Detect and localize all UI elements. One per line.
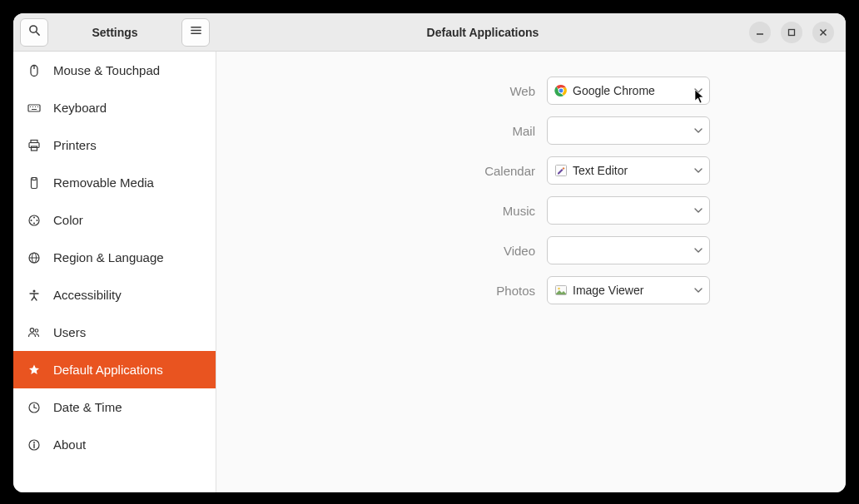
svg-rect-6: [789, 29, 795, 35]
info-icon: [27, 437, 42, 452]
chevron-down-icon: [694, 84, 703, 97]
menu-button[interactable]: [181, 18, 210, 47]
default-label-web: Web: [352, 84, 535, 98]
settings-window: Settings Default Applications: [13, 13, 846, 492]
default-combo-photos[interactable]: Image Viewer: [547, 276, 710, 304]
sidebar-item-star[interactable]: Default Applications: [13, 351, 216, 388]
sidebar-item-label: Printers: [53, 138, 97, 152]
svg-point-30: [33, 289, 36, 292]
svg-point-23: [33, 216, 35, 218]
keyboard-icon: [27, 101, 42, 116]
svg-point-36: [35, 329, 38, 332]
imageviewer-icon: [554, 284, 568, 297]
sidebar-item-info[interactable]: About: [13, 426, 216, 463]
svg-point-24: [37, 220, 38, 221]
printer-icon: [27, 138, 42, 153]
main-panel: WebGoogle ChromeMailCalendarText EditorM…: [216, 52, 846, 492]
svg-line-33: [32, 297, 34, 300]
combo-value: Image Viewer: [573, 284, 689, 297]
sidebar-item-label: Mouse & Touchpad: [53, 63, 160, 77]
maximize-button[interactable]: [781, 22, 802, 43]
texteditor-icon: [554, 164, 568, 177]
svg-point-26: [31, 220, 32, 221]
default-combo-video[interactable]: [547, 236, 710, 264]
svg-line-34: [34, 297, 37, 300]
svg-point-35: [30, 328, 34, 332]
svg-rect-11: [28, 105, 40, 111]
sidebar-item-label: About: [53, 437, 86, 452]
minimize-button[interactable]: [749, 22, 771, 43]
sidebar-item-removable[interactable]: Removable Media: [13, 164, 216, 201]
sidebar-item-label: Date & Time: [53, 400, 122, 414]
sidebar-item-clock[interactable]: Date & Time: [13, 388, 216, 426]
star-icon: [27, 363, 42, 378]
sidebar-item-mouse[interactable]: Mouse & Touchpad: [13, 52, 216, 89]
sidebar-item-color[interactable]: Color: [13, 201, 216, 239]
default-combo-calendar[interactable]: Text Editor: [547, 156, 710, 185]
sidebar-item-printer[interactable]: Printers: [13, 126, 216, 164]
sidebar-item-label: Region & Language: [53, 250, 164, 264]
svg-point-25: [33, 222, 35, 224]
default-label-calendar: Calendar: [352, 164, 535, 178]
clock-icon: [27, 400, 42, 415]
window-controls: [749, 22, 846, 43]
close-button[interactable]: [812, 22, 834, 43]
sidebar-item-label: Color: [53, 213, 83, 227]
sidebar-item-label: Removable Media: [53, 175, 154, 190]
default-label-photos: Photos: [352, 284, 535, 298]
default-label-video: Video: [352, 244, 535, 258]
headerbar: Settings Default Applications: [13, 13, 846, 52]
chevron-down-icon: [694, 244, 703, 257]
globe-icon: [27, 250, 42, 265]
svg-point-41: [33, 442, 35, 443]
svg-rect-19: [32, 146, 37, 151]
combo-value: Google Chrome: [573, 84, 689, 97]
search-icon: [28, 24, 41, 40]
svg-line-1: [36, 32, 39, 36]
chevron-down-icon: [694, 164, 703, 177]
chrome-icon: [554, 84, 568, 97]
mouse-icon: [27, 63, 42, 78]
chevron-down-icon: [694, 284, 703, 297]
close-icon: [819, 25, 827, 40]
default-combo-web[interactable]: Google Chrome: [547, 77, 710, 105]
svg-point-48: [558, 288, 560, 290]
hamburger-icon: [190, 24, 202, 40]
default-combo-music[interactable]: [547, 196, 710, 225]
sidebar-title: Settings: [53, 26, 176, 39]
chevron-down-icon: [694, 204, 703, 217]
combo-value: Text Editor: [573, 164, 689, 177]
sidebar-item-label: Users: [53, 325, 86, 339]
default-apps-form: WebGoogle ChromeMailCalendarText EditorM…: [352, 77, 710, 304]
chevron-down-icon: [694, 124, 703, 137]
page-title: Default Applications: [216, 26, 749, 39]
content-area: Mouse & TouchpadKeyboardPrintersRemovabl…: [13, 52, 846, 492]
accessibility-icon: [27, 288, 42, 303]
svg-line-39: [34, 408, 37, 408]
removable-icon: [27, 175, 42, 190]
headerbar-left: Settings: [13, 13, 216, 51]
default-label-music: Music: [352, 204, 535, 218]
sidebar-item-label: Accessibility: [53, 288, 122, 302]
sidebar-item-users[interactable]: Users: [13, 314, 216, 351]
maximize-icon: [787, 25, 796, 40]
search-button[interactable]: [20, 18, 48, 47]
sidebar-item-globe[interactable]: Region & Language: [13, 239, 216, 276]
sidebar-item-keyboard[interactable]: Keyboard: [13, 89, 216, 126]
sidebar-item-label: Default Applications: [53, 363, 163, 377]
default-combo-mail[interactable]: [547, 116, 710, 145]
color-icon: [27, 213, 42, 228]
svg-rect-21: [32, 177, 36, 180]
default-label-mail: Mail: [352, 124, 535, 138]
sidebar-item-label: Keyboard: [53, 101, 107, 115]
minimize-icon: [756, 25, 764, 40]
sidebar-item-accessibility[interactable]: Accessibility: [13, 276, 216, 314]
users-icon: [27, 325, 42, 340]
svg-rect-18: [29, 142, 39, 147]
sidebar: Mouse & TouchpadKeyboardPrintersRemovabl…: [13, 52, 216, 492]
